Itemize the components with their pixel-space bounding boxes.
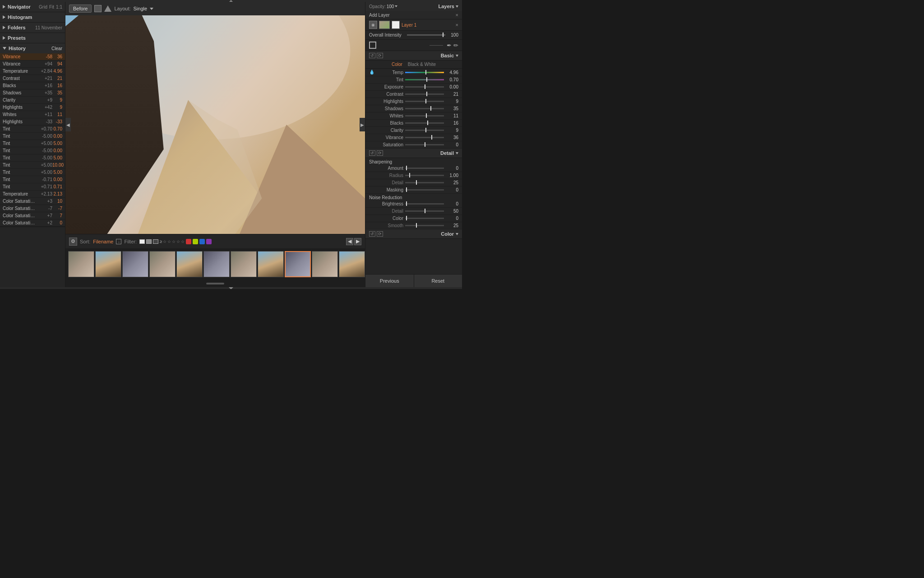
presets-header[interactable]: Presets xyxy=(0,33,65,43)
brush-icon[interactable]: ✒ xyxy=(447,42,452,49)
saturation-slider[interactable] xyxy=(405,144,444,145)
tint-slider[interactable] xyxy=(405,79,444,80)
history-list-item[interactable]: Tint-5.000.00 xyxy=(0,147,65,154)
navigator-header[interactable]: Navigator Grid Fit 1:1 xyxy=(0,2,65,12)
section-copy-icon[interactable]: ⟳ xyxy=(377,53,383,58)
history-list-item[interactable]: Tint+0.700.70 xyxy=(0,126,65,133)
layer-visibility-icon[interactable]: ◉ xyxy=(369,21,377,29)
history-list-item[interactable]: Tint-5.000.00 xyxy=(0,133,65,140)
color-blue-filter[interactable] xyxy=(199,239,205,244)
before-button[interactable]: Before xyxy=(69,5,92,13)
smooth-slider[interactable] xyxy=(405,225,444,226)
history-list-item[interactable]: Tint+0.710.71 xyxy=(0,183,65,191)
history-list-item[interactable]: Color Saturation Sha...+77 xyxy=(0,212,65,219)
brightness-slider[interactable] xyxy=(405,203,444,205)
crop-icon[interactable] xyxy=(369,42,376,49)
color-red-filter[interactable] xyxy=(186,239,191,244)
detail-section-header[interactable]: ↺ ⟳ Detail xyxy=(365,149,462,158)
amount-slider[interactable] xyxy=(405,168,444,169)
filmstrip-item[interactable] xyxy=(68,251,94,277)
history-list-item[interactable]: Tint-5.005.00 xyxy=(0,154,65,162)
blacks-slider[interactable] xyxy=(405,122,444,124)
left-panel-toggle[interactable]: ◀ xyxy=(65,118,71,131)
noise-detail-slider[interactable] xyxy=(405,210,444,212)
history-list-item[interactable]: Highlights+429 xyxy=(0,104,65,111)
filmstrip-item[interactable] xyxy=(258,251,284,277)
history-list-item[interactable]: Color Saturation Midt...+20 xyxy=(0,219,65,227)
highlights-slider[interactable] xyxy=(405,101,444,102)
sort-direction-button[interactable]: ↓ xyxy=(116,239,121,244)
filmstrip-item[interactable] xyxy=(339,251,365,277)
previous-button[interactable]: Previous xyxy=(365,275,414,287)
filmstrip-item[interactable] xyxy=(176,251,203,277)
sort-value[interactable]: Filename xyxy=(93,239,113,244)
layer-options-button[interactable]: × xyxy=(456,22,458,28)
history-list-item[interactable]: Color Saturation Hig...-7-7 xyxy=(0,205,65,212)
history-list-item[interactable]: Color Saturation Sha...+310 xyxy=(0,198,65,205)
add-layer-button[interactable]: Add Layer xyxy=(369,13,454,18)
layer-name[interactable]: Layer 1 xyxy=(402,23,452,28)
detail-reset-icon[interactable]: ↺ xyxy=(369,150,375,156)
history-list-item[interactable]: Tint+5.005.00 xyxy=(0,140,65,147)
history-list-item[interactable]: Blacks+1616 xyxy=(0,82,65,89)
pen-icon[interactable]: ✏ xyxy=(453,42,458,49)
star-2[interactable]: ☆ xyxy=(167,239,171,244)
filmstrip-item[interactable] xyxy=(122,251,148,277)
reset-button[interactable]: Reset xyxy=(414,275,462,287)
color-copy-icon[interactable]: ⟳ xyxy=(377,231,383,237)
radius-slider[interactable] xyxy=(405,175,444,176)
history-list-item[interactable]: Clarity+99 xyxy=(0,97,65,104)
color-tab[interactable]: Color xyxy=(392,62,402,67)
section-reset-icon[interactable]: ↺ xyxy=(369,53,375,58)
star-5[interactable]: ☆ xyxy=(181,239,185,244)
history-list-item[interactable]: Tint+5.0010.00 xyxy=(0,162,65,169)
history-list-item[interactable]: Vibrance-5836 xyxy=(0,53,65,61)
view-split-icon[interactable] xyxy=(104,5,111,12)
shadows-slider[interactable] xyxy=(405,108,444,109)
history-list-item[interactable]: Highlights-33-33 xyxy=(0,118,65,126)
navigator-fit[interactable]: Fit xyxy=(49,5,54,9)
history-list-item[interactable]: Temperature+2.132.13 xyxy=(0,191,65,198)
navigator-grid[interactable]: Grid xyxy=(39,5,47,9)
flag-gray-icon[interactable] xyxy=(146,239,152,244)
intensity-slider[interactable] xyxy=(407,34,445,36)
exposure-slider[interactable] xyxy=(405,86,444,88)
bw-tab[interactable]: Black & White xyxy=(408,62,436,67)
masking-slider[interactable] xyxy=(405,189,444,191)
filmstrip-item[interactable] xyxy=(285,251,311,277)
vibrance-slider[interactable] xyxy=(405,137,444,138)
contrast-slider[interactable] xyxy=(405,93,444,95)
layers-dropdown-arrow[interactable] xyxy=(456,5,458,8)
prev-filmstrip-button[interactable]: ◀ xyxy=(346,238,353,245)
flag-rejected-icon[interactable] xyxy=(153,239,158,244)
eyedropper-icon[interactable]: 💧 xyxy=(369,70,374,75)
flag-white-icon[interactable] xyxy=(139,239,145,244)
right-panel-toggle[interactable]: ▶ xyxy=(360,118,365,131)
history-list-item[interactable]: Tint-0.710.00 xyxy=(0,176,65,183)
color-green-filter[interactable] xyxy=(193,239,198,244)
history-header[interactable]: History Clear xyxy=(0,43,65,53)
basic-section-header[interactable]: ↺ ⟳ Basic xyxy=(365,51,462,61)
layout-value[interactable]: Single xyxy=(134,6,148,11)
history-list-item[interactable]: Contrast+2121 xyxy=(0,75,65,82)
history-list-item[interactable]: Shadows+3535 xyxy=(0,89,65,97)
history-list-item[interactable]: Tint+5.005.00 xyxy=(0,169,65,176)
color-section-header[interactable]: ↺ ⟳ Color xyxy=(365,229,462,239)
view-single-box[interactable] xyxy=(94,5,102,12)
filmstrip-scrollbar[interactable] xyxy=(206,283,224,284)
navigator-ratio[interactable]: 1:1 xyxy=(56,5,62,9)
clarity-slider[interactable] xyxy=(405,130,444,131)
star-3[interactable]: ☆ xyxy=(172,239,176,244)
bottom-arrow[interactable] xyxy=(229,287,233,289)
filmstrip-item[interactable] xyxy=(95,251,121,277)
gear-icon[interactable]: ⚙ xyxy=(69,238,77,246)
history-list-item[interactable]: Vibrance+9494 xyxy=(0,61,65,68)
opacity-value[interactable]: 100 xyxy=(387,4,394,9)
detail-s-slider[interactable] xyxy=(405,182,444,183)
whites-slider[interactable] xyxy=(405,115,444,117)
folders-header[interactable]: Folders 11 November xyxy=(0,23,65,33)
histogram-header[interactable]: Histogram xyxy=(0,12,65,22)
color-purple-filter[interactable] xyxy=(206,239,212,244)
color-noise-slider[interactable] xyxy=(405,218,444,219)
star-1[interactable]: ☆ xyxy=(163,239,166,244)
